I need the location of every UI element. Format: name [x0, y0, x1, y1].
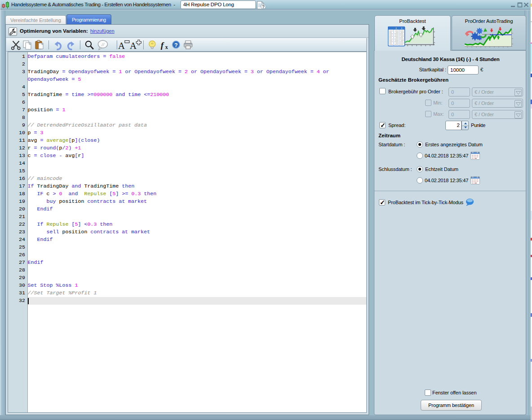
- svg-text:f: f: [161, 40, 164, 50]
- svg-text:?: ?: [174, 42, 178, 48]
- svg-text:?: ?: [262, 4, 264, 9]
- svg-text:A: A: [118, 40, 125, 51]
- svg-text://: //: [101, 42, 105, 47]
- svg-text:x: x: [165, 44, 168, 50]
- svg-text:A: A: [130, 40, 137, 51]
